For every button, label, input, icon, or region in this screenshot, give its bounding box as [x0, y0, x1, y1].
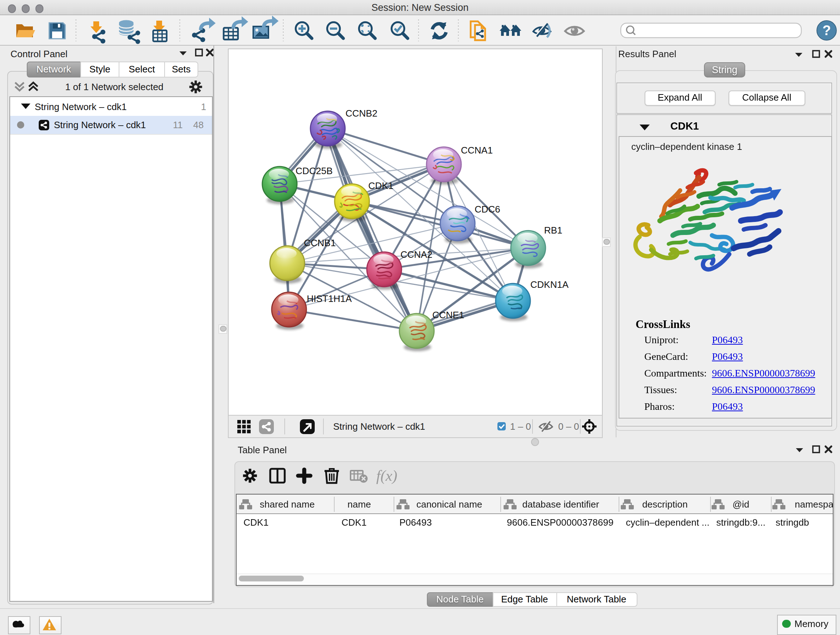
svg-text:String Network – cdk1: String Network – cdk1 [34, 101, 126, 112]
svg-text:0 – 0: 0 – 0 [558, 421, 579, 432]
svg-text:1 – 0: 1 – 0 [510, 421, 531, 432]
svg-text:namespac: namespac [794, 499, 832, 510]
svg-text:description: description [642, 499, 687, 510]
svg-text:CDKN1A: CDKN1A [530, 279, 568, 290]
svg-text:?: ? [822, 23, 831, 38]
svg-text:CCNB2: CCNB2 [345, 108, 377, 119]
svg-text:shared name: shared name [259, 499, 314, 510]
svg-text:String Network – cdk1: String Network – cdk1 [333, 421, 425, 432]
svg-text:String Network – cdk1: String Network – cdk1 [54, 119, 145, 130]
svg-text:HIST1H1A: HIST1H1A [306, 293, 352, 304]
svg-text:RB1: RB1 [544, 225, 562, 235]
svg-text:CDC25B: CDC25B [295, 165, 332, 176]
svg-text:CCNA1: CCNA1 [461, 144, 493, 155]
svg-text:CCNA2: CCNA2 [400, 249, 432, 260]
svg-text:CCNE1: CCNE1 [432, 309, 464, 320]
svg-text:CDK1: CDK1 [368, 180, 393, 191]
svg-text:CDC6: CDC6 [474, 203, 500, 214]
svg-text:CCNB1: CCNB1 [303, 237, 335, 248]
svg-text:f(x): f(x) [376, 467, 397, 485]
svg-text:1 of 1 Network selected: 1 of 1 Network selected [65, 81, 163, 92]
svg-text:@id: @id [732, 499, 749, 510]
svg-text:name: name [347, 499, 370, 510]
svg-text:48: 48 [193, 119, 203, 130]
svg-text:database identifier: database identifier [522, 499, 599, 510]
svg-text:11: 11 [172, 119, 182, 130]
svg-text:canonical name: canonical name [416, 499, 482, 510]
svg-text:1: 1 [201, 101, 206, 112]
